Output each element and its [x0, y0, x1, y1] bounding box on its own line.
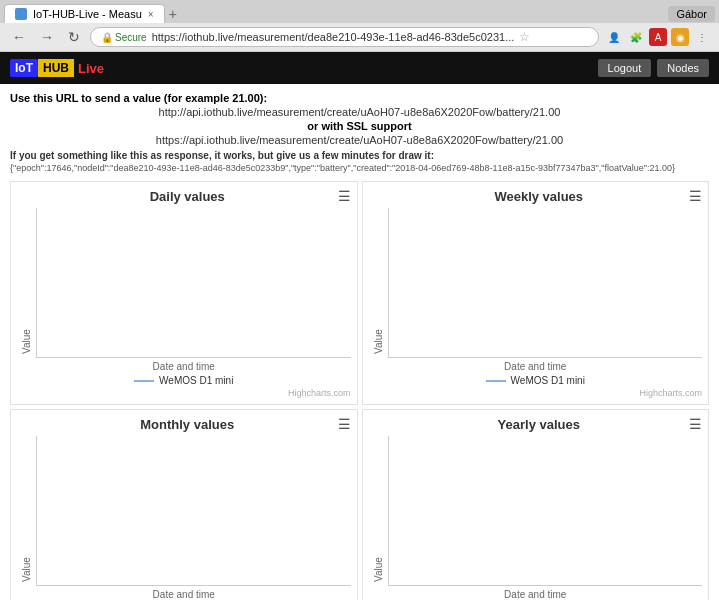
chart-daily: Daily values ☰ Value Date and time WeMOS… — [10, 181, 358, 405]
chart-monthly-y-label: Value — [17, 436, 36, 586]
logo-live: Live — [78, 61, 104, 76]
main-content: Use this URL to send a value (for exampl… — [0, 84, 719, 600]
extension-icon1[interactable]: 🧩 — [627, 28, 645, 46]
chart-daily-header: Daily values ☰ — [17, 188, 351, 204]
chart-yearly-header: Yearly values ☰ — [369, 416, 703, 432]
chart-yearly-x-label: Date and time — [369, 589, 703, 600]
logo-iot: IoT — [10, 59, 38, 77]
lock-icon: 🔒 — [101, 32, 113, 43]
chart-daily-legend: WeMOS D1 mini — [17, 375, 351, 386]
logout-button[interactable]: Logout — [598, 59, 652, 77]
chart-daily-legend-text: WeMOS D1 mini — [159, 375, 233, 386]
chart-monthly-menu-icon[interactable]: ☰ — [338, 416, 351, 432]
chart-monthly-x-label: Date and time — [17, 589, 351, 600]
chart-weekly-x-label: Date and time — [369, 361, 703, 372]
secure-badge: 🔒 Secure — [101, 32, 147, 43]
chart-monthly-header: Monthly values ☰ — [17, 416, 351, 432]
toolbar-icons: 👤 🧩 A ◉ ⋮ — [605, 28, 711, 46]
chart-monthly: Monthly values ☰ Value Date and time WeM… — [10, 409, 358, 600]
chart-monthly-title: Monthly values — [37, 417, 338, 432]
tab-bar: IoT-HUB-Live - Measu × + Gábor — [0, 0, 719, 23]
chart-daily-title: Daily values — [37, 189, 338, 204]
menu-icon[interactable]: ⋮ — [693, 28, 711, 46]
url-https-text: https://api.iothub.live/measurement/crea… — [10, 134, 709, 146]
browser-chrome: IoT-HUB-Live - Measu × + Gábor ← → ↻ 🔒 S… — [0, 0, 719, 52]
back-button[interactable]: ← — [8, 27, 30, 47]
extension-icon3[interactable]: ◉ — [671, 28, 689, 46]
refresh-button[interactable]: ↻ — [64, 27, 84, 47]
chart-weekly-inner: Value — [369, 208, 703, 358]
chart-yearly-plot — [388, 436, 703, 586]
response-info: If you get something like this as respon… — [10, 150, 709, 161]
bookmark-icon[interactable]: ☆ — [519, 30, 530, 44]
active-tab[interactable]: IoT-HUB-Live - Measu × — [4, 4, 165, 23]
charts-grid: Daily values ☰ Value Date and time WeMOS… — [10, 181, 709, 600]
chart-daily-menu-icon[interactable]: ☰ — [338, 188, 351, 204]
tab-title: IoT-HUB-Live - Measu — [33, 8, 142, 20]
logo-hub: HUB — [38, 59, 74, 77]
chart-weekly-y-label: Value — [369, 208, 388, 358]
forward-button[interactable]: → — [36, 27, 58, 47]
chart-daily-plot — [36, 208, 351, 358]
address-bar-row: ← → ↻ 🔒 Secure https://iothub.live/measu… — [0, 23, 719, 51]
profile-icon[interactable]: 👤 — [605, 28, 623, 46]
new-tab-button[interactable]: + — [169, 6, 177, 22]
address-bar[interactable]: 🔒 Secure https://iothub.live/measurement… — [90, 27, 599, 47]
url-instruction-label: Use this URL to send a value (for exampl… — [10, 92, 709, 104]
user-badge: Gábor — [668, 6, 715, 22]
chart-daily-inner: Value — [17, 208, 351, 358]
chart-daily-credit: Highcharts.com — [17, 388, 351, 398]
chart-daily-legend-line — [134, 380, 154, 382]
chart-weekly-legend-line — [486, 380, 506, 382]
chart-weekly-plot — [388, 208, 703, 358]
chart-daily-y-label: Value — [17, 208, 36, 358]
chart-weekly-legend-text: WeMOS D1 mini — [511, 375, 585, 386]
secure-label: Secure — [115, 32, 147, 43]
tab-favicon — [15, 8, 27, 20]
chart-weekly-header: Weekly values ☰ — [369, 188, 703, 204]
chart-yearly-y-label: Value — [369, 436, 388, 586]
address-text: https://iothub.live/measurement/dea8e210… — [152, 31, 515, 43]
nodes-button[interactable]: Nodes — [657, 59, 709, 77]
chart-weekly: Weekly values ☰ Value Date and time WeMO… — [362, 181, 710, 405]
chart-yearly-title: Yearly values — [389, 417, 690, 432]
response-example: {"epoch":17646,"nodeId":"dea8e210-493e-1… — [10, 163, 709, 173]
extension-icon2[interactable]: A — [649, 28, 667, 46]
chart-yearly-menu-icon[interactable]: ☰ — [689, 416, 702, 432]
chart-weekly-menu-icon[interactable]: ☰ — [689, 188, 702, 204]
chart-monthly-inner: Value — [17, 436, 351, 586]
app-header: IoT HUB Live Logout Nodes — [0, 52, 719, 84]
chart-weekly-title: Weekly values — [389, 189, 690, 204]
chart-weekly-legend: WeMOS D1 mini — [369, 375, 703, 386]
chart-yearly: Yearly values ☰ Value Date and time WeMO… — [362, 409, 710, 600]
or-ssl-label: or with SSL support — [10, 120, 709, 132]
chart-yearly-inner: Value — [369, 436, 703, 586]
chart-daily-x-label: Date and time — [17, 361, 351, 372]
chart-monthly-plot — [36, 436, 351, 586]
chart-weekly-credit: Highcharts.com — [369, 388, 703, 398]
url-http-text: http://api.iothub.live/measurement/creat… — [10, 106, 709, 118]
tab-close-button[interactable]: × — [148, 9, 154, 20]
